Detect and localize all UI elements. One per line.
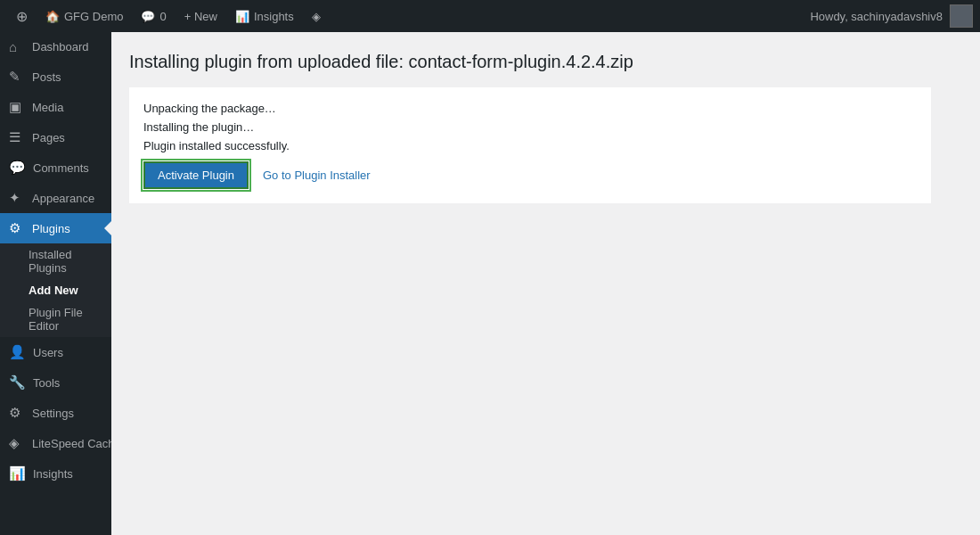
sidebar-item-posts[interactable]: ✎ Posts [0, 62, 111, 92]
dashboard-icon: ⌂ [9, 39, 25, 54]
avatar [950, 4, 973, 28]
log-line-3: Plugin installed successfully. [143, 139, 917, 152]
sidebar-item-label: Tools [33, 376, 60, 390]
comments-icon: 💬 [141, 10, 155, 23]
users-icon: 👤 [9, 344, 26, 360]
submenu-add-new[interactable]: Add New [0, 279, 111, 301]
sidebar-item-plugins[interactable]: ⚙ Plugins [0, 213, 111, 243]
sidebar-item-media[interactable]: ▣ Media [0, 92, 111, 122]
sidebar-item-litespeed[interactable]: ◈ LiteSpeed Cache [0, 428, 111, 458]
pages-icon: ☰ [9, 129, 25, 145]
adminbar-wp-icon[interactable]: ⊕ [7, 0, 37, 32]
install-log: Unpacking the package… Installing the pl… [129, 87, 931, 203]
action-row: Activate Plugin Go to Plugin Installer [143, 161, 917, 189]
litespeed-icon: ◈ [9, 435, 25, 451]
submenu-plugin-file-editor[interactable]: Plugin File Editor [0, 301, 111, 337]
sidebar-item-tools[interactable]: 🔧 Tools [0, 367, 111, 398]
comments-count: 0 [159, 10, 166, 23]
sidebar-item-label: Users [33, 346, 63, 359]
insights-label: Insights [254, 10, 294, 23]
sidebar-item-appearance[interactable]: ✦ Appearance [0, 183, 111, 213]
adminbar-right: Howdy, sachinyadavshiv8 [810, 4, 973, 28]
sidebar-item-label: Plugins [32, 222, 70, 235]
sidebar-item-label: Comments [33, 161, 89, 175]
wp-logo-icon: ⊕ [16, 8, 28, 25]
log-line-1: Unpacking the package… [143, 102, 917, 115]
posts-icon: ✎ [9, 69, 25, 85]
adminbar-site-name[interactable]: 🏠 GFG Demo [37, 0, 132, 32]
plugins-icon: ⚙ [9, 220, 25, 236]
adminbar-insights[interactable]: 📊 Insights [226, 0, 303, 32]
sidebar-item-label: Pages [32, 131, 65, 144]
sidebar-item-users[interactable]: 👤 Users [0, 337, 111, 367]
activate-plugin-button[interactable]: Activate Plugin [143, 161, 249, 189]
sidebar-item-label: Media [32, 101, 63, 114]
sidebar-item-label: Insights [33, 467, 73, 481]
site-home-icon: 🏠 [45, 10, 60, 23]
howdy-text: Howdy, sachinyadavshiv8 [810, 10, 943, 23]
settings-icon: ⚙ [9, 405, 25, 421]
sidebar-item-label: Appearance [32, 192, 94, 205]
sidebar-item-pages[interactable]: ☰ Pages [0, 122, 111, 152]
comments-icon: 💬 [9, 160, 26, 176]
appearance-icon: ✦ [9, 190, 25, 206]
admin-bar: ⊕ 🏠 GFG Demo 💬 0 + New 📊 Insights ◈ Howd… [0, 0, 980, 32]
sidebar-item-insights[interactable]: 📊 Insights [0, 458, 111, 489]
sidebar-item-dashboard[interactable]: ⌂ Dashboard [0, 32, 111, 62]
sidebar-item-label: Settings [32, 407, 74, 420]
go-to-plugin-installer-link[interactable]: Go to Plugin Installer [263, 169, 371, 182]
plugins-submenu: Installed Plugins Add New Plugin File Ed… [0, 243, 111, 337]
main-content: Installing plugin from uploaded file: co… [111, 32, 980, 535]
admin-sidebar: ⌂ Dashboard ✎ Posts ▣ Media ☰ Pages 💬 Co… [0, 32, 111, 535]
sidebar-item-label: LiteSpeed Cache [32, 437, 111, 450]
insights-icon: 📊 [9, 465, 26, 482]
page-title: Installing plugin from uploaded file: co… [129, 50, 962, 73]
adminbar-comments[interactable]: 💬 0 [132, 0, 175, 32]
adminbar-diamond[interactable]: ◈ [303, 0, 330, 32]
tools-icon: 🔧 [9, 374, 26, 391]
bar-chart-icon: 📊 [235, 10, 249, 23]
sidebar-item-comments[interactable]: 💬 Comments [0, 152, 111, 183]
submenu-installed-plugins[interactable]: Installed Plugins [0, 243, 111, 279]
media-icon: ▣ [9, 99, 25, 115]
sidebar-item-settings[interactable]: ⚙ Settings [0, 398, 111, 428]
adminbar-new[interactable]: + New [176, 0, 226, 32]
new-label: + New [184, 10, 217, 23]
diamond-icon: ◈ [312, 10, 321, 23]
sidebar-item-label: Dashboard [32, 40, 89, 54]
sidebar-item-label: Posts [32, 70, 61, 84]
log-line-2: Installing the plugin… [143, 120, 917, 134]
site-name-label: GFG Demo [64, 10, 123, 23]
